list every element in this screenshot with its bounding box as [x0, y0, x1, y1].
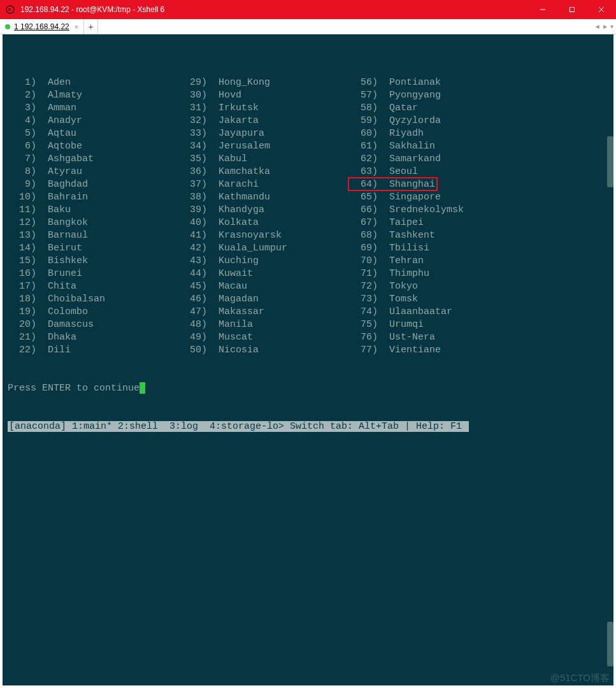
item-number: 59 — [349, 115, 372, 127]
paren: ) — [372, 90, 378, 101]
item-number: 19 — [8, 306, 31, 319]
item-name: Tbilisi — [389, 243, 429, 254]
paren: ) — [201, 319, 207, 330]
item-name: Magadan — [218, 294, 259, 305]
paren: ) — [31, 345, 36, 355]
close-tab-icon[interactable]: × — [75, 23, 78, 31]
list-item: 30)Hovd — [178, 89, 349, 102]
list-item: 7)Ashgabat — [8, 153, 178, 166]
item-number: 49 — [178, 331, 201, 344]
list-item: 33)Jayapura — [178, 127, 349, 140]
item-number: 9 — [8, 178, 31, 191]
list-row: 9)Baghdad37)Karachi64)Shanghai — [8, 178, 613, 191]
new-tab-button[interactable]: + — [84, 19, 98, 34]
scrollbar-stub[interactable] — [607, 136, 613, 187]
list-item: 77)Vientiane — [349, 344, 520, 357]
list-item: 58)Qatar — [349, 102, 520, 115]
item-name: Dili — [48, 345, 71, 355]
list-item: 13)Barnaul — [8, 229, 178, 242]
list-item: 4)Anadyr — [8, 115, 178, 127]
close-button[interactable] — [587, 0, 616, 19]
paren: ) — [201, 243, 207, 254]
item-name: Amman — [48, 103, 76, 113]
list-item: 50)Nicosia — [178, 344, 349, 357]
item-name: Choibalsan — [48, 294, 105, 305]
paren: ) — [201, 306, 207, 317]
list-row: 16)Brunei44)Kuwait71)Thimphu — [8, 268, 613, 280]
item-name: Aqtau — [48, 128, 76, 139]
item-name: Kolkata — [218, 217, 259, 228]
item-name: Thimphu — [389, 268, 429, 279]
scrollbar-stub[interactable] — [607, 622, 613, 666]
item-number: 30 — [178, 89, 201, 102]
item-number: 36 — [178, 166, 201, 178]
list-item: 22)Dili — [8, 344, 178, 357]
paren: ) — [31, 166, 36, 177]
item-name: Baghdad — [48, 179, 88, 190]
tab-nav-arrows[interactable]: ◄ ► ▾ — [594, 19, 613, 34]
list-row: 4)Anadyr32)Jakarta59)Qyzylorda — [8, 115, 613, 127]
paren: ) — [372, 77, 378, 88]
paren: ) — [31, 115, 36, 126]
paren: ) — [201, 268, 207, 279]
list-item: 37)Karachi — [178, 178, 349, 191]
item-name: Jakarta — [218, 115, 259, 126]
list-row: 15)Bishkek43)Kuching70)Tehran — [8, 255, 613, 268]
list-item: 29)Hong_Kong — [178, 76, 349, 89]
list-item: 34)Jerusalem — [178, 140, 349, 153]
paren: ) — [31, 179, 36, 190]
paren: ) — [31, 268, 36, 279]
list-item: 11)Baku — [8, 204, 178, 217]
paren: ) — [201, 230, 207, 241]
paren: ) — [201, 332, 207, 343]
paren: ) — [372, 103, 378, 113]
item-name: Samarkand — [389, 154, 441, 164]
list-item: 60)Riyadh — [349, 127, 520, 140]
maximize-button[interactable] — [557, 0, 587, 19]
item-name: Atyrau — [48, 166, 82, 177]
item-name: Qatar — [389, 103, 418, 113]
paren: ) — [31, 255, 36, 266]
list-item: 69)Tbilisi — [349, 242, 520, 255]
terminal[interactable]: 1)Aden29)Hong_Kong56)Pontianak2)Almaty30… — [3, 34, 613, 685]
item-number: 48 — [178, 319, 201, 331]
list-item: 16)Brunei — [8, 268, 178, 280]
item-number: 43 — [178, 255, 201, 268]
item-number: 45 — [178, 280, 201, 293]
item-number: 67 — [349, 217, 372, 229]
item-name: Bangkok — [48, 217, 88, 228]
item-name: Khandyga — [218, 204, 264, 215]
item-name: Brunei — [48, 268, 82, 279]
list-row: 10)Bahrain38)Kathmandu65)Singapore — [8, 191, 613, 204]
list-item: 38)Kathmandu — [178, 191, 349, 204]
list-item: 14)Beirut — [8, 242, 178, 255]
item-number: 15 — [8, 255, 31, 268]
list-item: 43)Kuching — [178, 255, 349, 268]
paren: ) — [31, 294, 36, 305]
list-item: 31)Irkutsk — [178, 102, 349, 115]
list-item: 18)Choibalsan — [8, 293, 178, 306]
item-name: Manila — [218, 319, 253, 330]
paren: ) — [201, 294, 207, 305]
paren: ) — [201, 179, 207, 190]
item-number: 71 — [349, 268, 372, 280]
minimize-button[interactable] — [528, 0, 557, 19]
list-item: 36)Kamchatka — [178, 166, 349, 178]
item-number: 44 — [178, 268, 201, 280]
paren: ) — [201, 77, 207, 88]
list-item: 70)Tehran — [349, 255, 520, 268]
paren: ) — [372, 115, 378, 126]
item-number: 34 — [178, 140, 201, 153]
session-tab[interactable]: 1 192.168.94.22 × — [0, 19, 84, 34]
list-row: 20)Damascus48)Manila75)Urumqi — [8, 319, 613, 331]
list-item: 56)Pontianak — [349, 76, 520, 89]
paren: ) — [31, 192, 36, 203]
item-number: 1 — [8, 76, 31, 89]
list-item: 2)Almaty — [8, 89, 178, 102]
paren: ) — [372, 141, 378, 152]
list-item: 59)Qyzylorda — [349, 115, 520, 127]
svg-rect-2 — [570, 8, 575, 12]
paren: ) — [201, 166, 207, 177]
item-number: 61 — [349, 140, 372, 153]
list-row: 22)Dili50)Nicosia77)Vientiane — [8, 344, 613, 357]
